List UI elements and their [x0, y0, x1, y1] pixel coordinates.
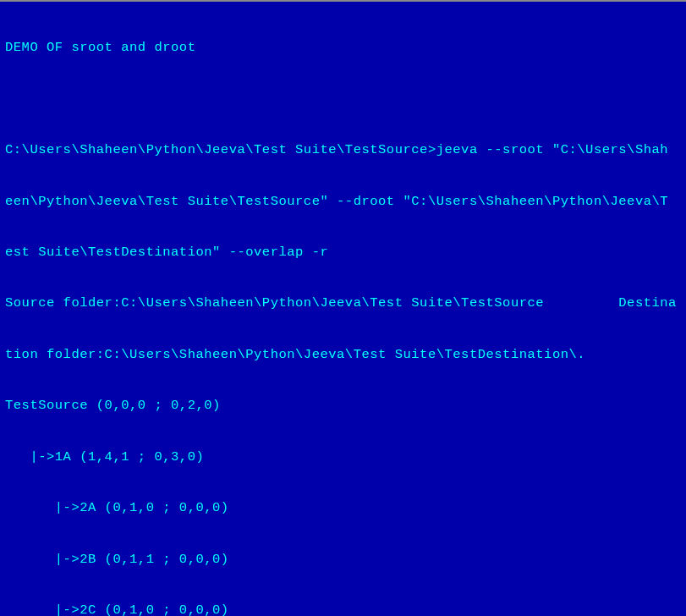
terminal-line: |->2B (0,1,1 ; 0,0,0) [5, 551, 681, 568]
terminal-line: een\Python\Jeeva\Test Suite\TestSource" … [5, 193, 681, 210]
terminal-line: C:\Users\Shaheen\Python\Jeeva\Test Suite… [5, 141, 681, 158]
terminal-line: DEMO OF sroot and droot [5, 39, 681, 56]
terminal-line: TestSource (0,0,0 ; 0,2,0) [5, 397, 681, 414]
terminal-line: |->1A (1,4,1 ; 0,3,0) [5, 448, 681, 465]
terminal-line: est Suite\TestDestination" --overlap -r [5, 244, 681, 261]
terminal-line: Source folder:C:\Users\Shaheen\Python\Je… [5, 294, 681, 311]
terminal-line [5, 91, 681, 107]
terminal-line: |->2A (0,1,0 ; 0,0,0) [5, 499, 681, 516]
terminal-output[interactable]: DEMO OF sroot and droot C:\Users\Shaheen… [5, 5, 681, 616]
terminal-line: tion folder:C:\Users\Shaheen\Python\Jeev… [5, 346, 681, 363]
terminal-line: |->2C (0,1,0 ; 0,0,0) [5, 602, 681, 616]
